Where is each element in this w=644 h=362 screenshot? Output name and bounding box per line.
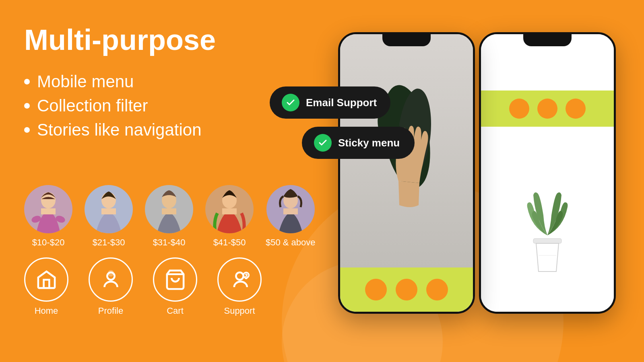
stripe-dot-3 [566, 99, 586, 119]
home-icon-circle [24, 257, 68, 302]
support-icon [229, 269, 251, 291]
profile-icon-circle [89, 257, 133, 302]
svg-point-21 [236, 272, 243, 280]
sticky-menu-badge: Sticky menu [302, 127, 415, 159]
nav-label-home: Home [35, 306, 58, 316]
collection-item-2[interactable]: $21-$30 [85, 185, 133, 248]
svg-point-23 [246, 277, 246, 278]
collection-label-4: $41-$50 [213, 237, 246, 248]
phone2-stripe [481, 90, 614, 127]
nav-item-home[interactable]: Home [24, 257, 68, 316]
collection-label-3: $31-$40 [153, 237, 186, 248]
page-title: Multi-purpose [24, 24, 274, 56]
bullet-dot-3 [24, 127, 30, 133]
phone1-nav-bar [340, 267, 473, 312]
svg-rect-10 [162, 208, 176, 214]
nav-label-support: Support [224, 306, 255, 316]
support-icon-circle [217, 257, 262, 302]
nav-item-profile[interactable]: Profile [89, 257, 133, 316]
phone-notch-1 [382, 34, 431, 46]
stripe-dot-1 [509, 99, 529, 119]
svg-rect-7 [101, 208, 116, 214]
bottom-nav-section: Home Profile Cart [24, 257, 262, 316]
nav-dot-2 [396, 279, 417, 300]
sticky-menu-label: Sticky menu [338, 137, 400, 149]
avatar-1 [24, 185, 72, 233]
svg-rect-14 [222, 208, 237, 214]
phone-frame-1 [338, 32, 475, 314]
home-icon [35, 269, 58, 291]
phone-mockup-2 [479, 32, 616, 314]
svg-rect-27 [533, 239, 561, 243]
bullet-item-1: Mobile menu [24, 72, 274, 91]
nav-item-cart[interactable]: Cart [153, 257, 197, 316]
left-panel: Multi-purpose Mobile menu Collection fil… [24, 24, 274, 144]
bullet-item-2: Collection filter [24, 96, 274, 115]
stripe-dot-2 [537, 99, 557, 119]
svg-point-11 [167, 205, 171, 209]
avatar-4 [205, 185, 254, 233]
svg-point-19 [109, 271, 112, 275]
phone-frame-2 [479, 32, 616, 314]
collection-item-3[interactable]: $31-$40 [145, 185, 193, 248]
collection-label-1: $10-$20 [32, 237, 65, 248]
cart-icon [164, 269, 186, 291]
bullet-item-3: Stories like navigation [24, 120, 274, 140]
nav-dot-1 [365, 279, 387, 300]
right-panel: Email Support Sticky menu [258, 0, 644, 362]
collection-item-4[interactable]: $41-$50 [205, 185, 254, 248]
svg-rect-2 [41, 208, 56, 214]
profile-icon [100, 269, 122, 291]
phone-notch-2 [523, 34, 572, 46]
checkmark-icon [286, 98, 295, 107]
nav-item-support[interactable]: Support [217, 257, 262, 316]
email-support-label: Email Support [306, 97, 377, 109]
avatar-3 [145, 185, 193, 233]
collection-item-1[interactable]: $10-$20 [24, 185, 72, 248]
email-support-badge: Email Support [270, 86, 390, 119]
nav-label-cart: Cart [167, 306, 184, 316]
phone-mockup-1 [338, 32, 475, 314]
feature-list: Mobile menu Collection filter Stories li… [24, 72, 274, 140]
sticky-check-icon [314, 134, 332, 152]
email-check-icon [282, 94, 299, 111]
nav-dot-3 [426, 279, 448, 300]
phone2-plant-area [481, 127, 614, 312]
cart-icon-circle [153, 257, 197, 302]
bullet-dot-2 [24, 103, 30, 109]
collection-label-2: $21-$30 [93, 237, 125, 248]
bullet-dot-1 [24, 79, 30, 84]
avatar-2 [85, 185, 133, 233]
checkmark-icon-2 [318, 138, 328, 148]
nav-label-profile: Profile [98, 306, 123, 316]
svg-point-1 [41, 192, 56, 208]
plant-illustration [511, 163, 584, 276]
